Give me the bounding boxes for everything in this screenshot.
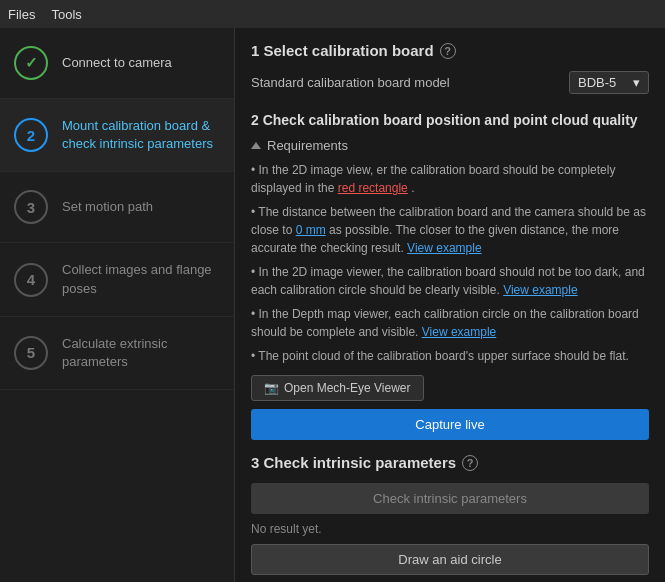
section1-title: 1 Select calibration board: [251, 42, 434, 59]
requirements-body: • In the 2D image view, er the calibrati…: [251, 161, 649, 365]
draw-aid-circle-button[interactable]: Draw an aid circle: [251, 544, 649, 575]
step-label-5: Calculate extrinsic parameters: [62, 335, 220, 371]
main-layout: ✓ Connect to camera 2 Mount calibration …: [0, 28, 665, 582]
sidebar-step-3[interactable]: 3 Set motion path: [0, 172, 234, 243]
requirements-toggle[interactable]: Requirements: [251, 138, 649, 153]
collapse-icon: [251, 142, 261, 149]
requirements-section: Requirements • In the 2D image view, er …: [251, 138, 649, 365]
menu-files[interactable]: Files: [8, 7, 35, 22]
req2-view-example-link[interactable]: View example: [407, 241, 481, 255]
req-4: • In the Depth map viewer, each calibrat…: [251, 305, 649, 341]
step-label-3: Set motion path: [62, 198, 153, 216]
menu-tools[interactable]: Tools: [51, 7, 81, 22]
no-result-text: No result yet.: [251, 522, 649, 536]
sidebar-step-4[interactable]: 4 Collect images and flange poses: [0, 243, 234, 316]
req-5: • The point cloud of the calibration boa…: [251, 347, 649, 365]
dropdown-value: BDB-5: [578, 75, 616, 90]
open-mech-eye-button[interactable]: 📷 Open Mech-Eye Viewer: [251, 375, 424, 401]
req-3: • In the 2D image viewer, the calibratio…: [251, 263, 649, 299]
btn-mech-label: Open Mech-Eye Viewer: [284, 381, 411, 395]
dropdown-arrow-icon: ▾: [633, 75, 640, 90]
section2-title: 2 Check calibration board position and p…: [251, 108, 649, 128]
req3-view-example-link[interactable]: View example: [503, 283, 577, 297]
menubar: Files Tools: [0, 0, 665, 28]
req-1: • In the 2D image view, er the calibrati…: [251, 161, 649, 197]
step-label-1: Connect to camera: [62, 54, 172, 72]
section3-help-icon[interactable]: ?: [462, 455, 478, 471]
section1-header: 1 Select calibration board ?: [251, 42, 649, 59]
camera-icon: 📷: [264, 381, 279, 395]
req4-view-example-link[interactable]: View example: [422, 325, 496, 339]
sidebar: ✓ Connect to camera 2 Mount calibration …: [0, 28, 235, 582]
sidebar-step-1[interactable]: ✓ Connect to camera: [0, 28, 234, 99]
content-area: 1 Select calibration board ? Standard ca…: [235, 28, 665, 582]
board-model-dropdown[interactable]: BDB-5 ▾: [569, 71, 649, 94]
sidebar-step-5[interactable]: 5 Calculate extrinsic parameters: [0, 317, 234, 390]
distance-link[interactable]: 0 mm: [296, 223, 326, 237]
check-intrinsic-button[interactable]: Check intrinsic parameters: [251, 483, 649, 514]
capture-live-button[interactable]: Capture live: [251, 409, 649, 440]
req-2: • The distance between the calibration b…: [251, 203, 649, 257]
calibration-board-field: Standard calibaration board model BDB-5 …: [251, 71, 649, 94]
step-circle-3: 3: [14, 190, 48, 224]
step-label-4: Collect images and flange poses: [62, 261, 220, 297]
step-circle-2: 2: [14, 118, 48, 152]
step-circle-4: 4: [14, 263, 48, 297]
step-circle-5: 5: [14, 336, 48, 370]
step-label-2: Mount calibration board & check intrinsi…: [62, 117, 220, 153]
step-circle-1: ✓: [14, 46, 48, 80]
section3-header: 3 Check intrinsic parameters ?: [251, 454, 649, 471]
red-rectangle-link[interactable]: red rectangle: [338, 181, 408, 195]
field-label: Standard calibaration board model: [251, 75, 450, 90]
section3-title: 3 Check intrinsic parameters: [251, 454, 456, 471]
requirements-label: Requirements: [267, 138, 348, 153]
sidebar-step-2[interactable]: 2 Mount calibration board & check intrin…: [0, 99, 234, 172]
section1-help-icon[interactable]: ?: [440, 43, 456, 59]
